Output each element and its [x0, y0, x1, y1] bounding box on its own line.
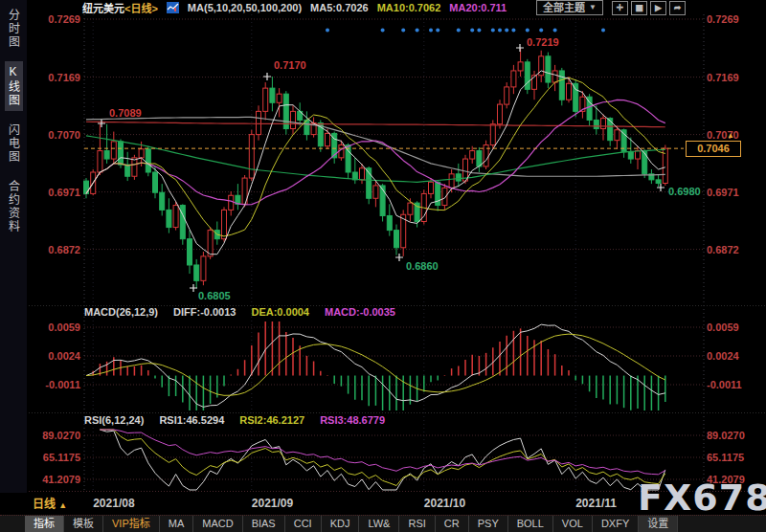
period-tag: <日线>	[124, 3, 158, 14]
swing-label-0.7170: 0.7170	[274, 59, 306, 71]
theme-dropdown-label: 全部主题	[543, 2, 585, 13]
toolbar-item-CR[interactable]: CR	[436, 516, 469, 532]
symbol-name: 纽元美元	[82, 3, 124, 14]
rsi2-value: RSI2:46.2127	[239, 414, 304, 426]
swing-label-0.6860: 0.6860	[406, 260, 439, 272]
rsi-header: RSI(6,12,24) RSI1:46.5294 RSI2:46.2127 R…	[84, 414, 385, 426]
month-label-2021/09: 2021/09	[252, 497, 293, 510]
rsi-tick-left: 41.2079	[34, 474, 80, 485]
rsi-tick-right: 89.0270	[707, 430, 760, 441]
current-price-tag: 0.7046	[686, 141, 741, 157]
rsi3-value: RSI3:48.6779	[320, 414, 385, 426]
toolbar-item-VIP指标[interactable]: VIP指标	[103, 516, 160, 532]
rsi-params-label: RSI(6,12,24)	[84, 414, 144, 426]
chart-canvas[interactable]	[0, 0, 766, 532]
toolbar-item-RSI[interactable]: RSI	[399, 516, 435, 532]
price-tick-right: 0.6971	[707, 187, 760, 198]
price-tick-left: 0.7269	[34, 13, 80, 25]
period-selector-label: 日线	[33, 498, 56, 511]
exit-chart-icon[interactable]: ➦	[669, 1, 686, 15]
symbol-title: 纽元美元<日线>	[82, 0, 158, 15]
toolbar-item-设置[interactable]: 设置	[639, 516, 678, 532]
price-arrow-icon: ▲	[727, 131, 734, 140]
ma20-value: MA20:0.711	[449, 2, 507, 13]
zoom-area-icon[interactable]: ▦	[631, 1, 647, 15]
macd-diff-value: DIFF:-0.0013	[173, 306, 236, 318]
macd-tick-right: 0.0059	[707, 321, 760, 333]
month-label-2021/08: 2021/08	[93, 497, 134, 510]
sidebar-item-1[interactable]: K线图	[5, 61, 23, 111]
sidebar-item-2[interactable]: 闪电图	[5, 120, 23, 167]
macd-macd-value: MACD:-0.0035	[325, 306, 395, 318]
crosshair-icon[interactable]: ✛	[612, 1, 628, 15]
toolbar-item-DXFY[interactable]: DXFY	[593, 516, 639, 532]
toolbar-item-CCI[interactable]: CCI	[285, 516, 322, 532]
fx-chart-app: 纽元美元<日线> MA(5,10,20,50,100,200) MA5:0.70…	[0, 0, 766, 532]
macd-tick-left: 0.0059	[34, 321, 80, 333]
price-tick-left: 0.6872	[34, 244, 80, 255]
rsi-tick-left: 89.0270	[34, 430, 80, 441]
bottom-toolbar: 指标模板VIP指标MAMACDBIASCCIKDJLW&RSICRPSYBOLL…	[0, 515, 766, 532]
price-tick-left: 0.6971	[34, 187, 80, 198]
rsi-tick-left: 65.1175	[34, 452, 80, 463]
swing-label-0.7219: 0.7219	[527, 36, 559, 48]
titlebar: 纽元美元<日线> MA(5,10,20,50,100,200) MA5:0.70…	[82, 0, 686, 15]
toolbar-item-LW&[interactable]: LW&	[359, 516, 399, 532]
period-selector[interactable]: 日线 ▲	[33, 495, 67, 511]
toolbar-item-KDJ[interactable]: KDJ	[322, 516, 360, 532]
macd-tick-right: -0.0011	[707, 379, 760, 390]
toolbar-item-PSY[interactable]: PSY	[469, 516, 508, 532]
swing-label-0.6805: 0.6805	[198, 290, 231, 301]
swing-label-0.7089: 0.7089	[109, 107, 142, 119]
chevron-down-icon: ▼	[589, 2, 597, 13]
toolbar-item-模板[interactable]: 模板	[64, 516, 103, 532]
month-label-2021/10: 2021/10	[424, 497, 465, 510]
ma5-value: MA5:0.7026	[310, 2, 369, 13]
macd-params-label: MACD(26,12,9)	[84, 306, 158, 318]
toolbar-item-指标[interactable]: 指标	[25, 516, 64, 532]
price-tick-left: 0.7070	[34, 129, 80, 141]
macd-header: MACD(26,12,9) DIFF:-0.0013 DEA:0.0004 MA…	[84, 306, 395, 318]
sidebar: 分时图K线图闪电图合约资料	[0, 0, 27, 493]
toolbar-item-VOL[interactable]: VOL	[553, 516, 593, 532]
macd-tick-right: 0.0024	[707, 350, 760, 362]
watermark-logo: FX678	[638, 477, 766, 519]
price-tick-left: 0.7169	[34, 72, 80, 83]
ma10-value: MA10:0.7062	[377, 2, 441, 13]
macd-tick-left: -0.0011	[34, 379, 80, 390]
macd-dea-value: DEA:0.0004	[251, 306, 309, 318]
ma-settings-label: MA(5,10,20,50,100,200)	[188, 2, 302, 13]
rsi1-value: RSI1:46.5294	[159, 414, 224, 426]
price-tick-right: 0.7269	[707, 13, 760, 25]
price-tick-right: 0.7169	[707, 72, 760, 83]
chart-tool-icons: ✛▦▶➦	[612, 1, 686, 15]
swing-label-0.6980: 0.6980	[668, 186, 701, 197]
toolbar-item-MA[interactable]: MA	[160, 516, 194, 532]
theme-dropdown-button[interactable]: 全部主题 ▼	[536, 0, 603, 15]
sidebar-item-0[interactable]: 分时图	[5, 5, 23, 53]
price-tick-right: 0.6872	[707, 244, 760, 255]
chevron-up-icon: ▲	[58, 500, 67, 510]
toolbar-item-BOLL[interactable]: BOLL	[508, 516, 553, 532]
toolbar-item-BIAS[interactable]: BIAS	[243, 516, 285, 532]
macd-tick-left: 0.0024	[34, 350, 80, 362]
month-label-2021/11: 2021/11	[575, 497, 617, 510]
zoom-play-icon[interactable]: ▶	[650, 1, 666, 15]
sidebar-item-3[interactable]: 合约资料	[5, 176, 23, 237]
rsi-tick-right: 65.1175	[707, 452, 760, 463]
kline-icon	[167, 2, 179, 13]
toolbar-item-MACD[interactable]: MACD	[193, 516, 242, 532]
